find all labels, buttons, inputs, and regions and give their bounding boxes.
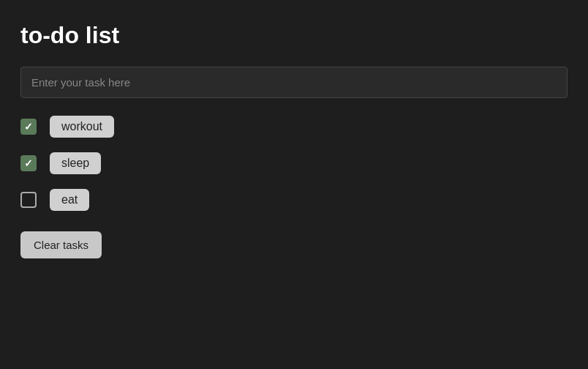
task-item: eat (20, 189, 568, 211)
task-label-task-2[interactable]: sleep (50, 152, 101, 174)
clear-tasks-button[interactable]: Clear tasks (20, 231, 102, 258)
task-label-task-1[interactable]: workout (50, 116, 114, 138)
task-checkbox-task-2[interactable] (20, 155, 37, 171)
task-label-task-3[interactable]: eat (50, 189, 89, 211)
task-item: sleep (20, 152, 568, 174)
task-input[interactable] (20, 67, 568, 98)
task-checkbox-task-1[interactable] (20, 119, 37, 135)
page-title: to-do list (20, 22, 568, 49)
task-list: workoutsleepeat (20, 116, 568, 211)
task-checkbox-task-3[interactable] (20, 192, 37, 208)
task-item: workout (20, 116, 568, 138)
app-container: to-do list workoutsleepeat Clear tasks (0, 0, 588, 280)
